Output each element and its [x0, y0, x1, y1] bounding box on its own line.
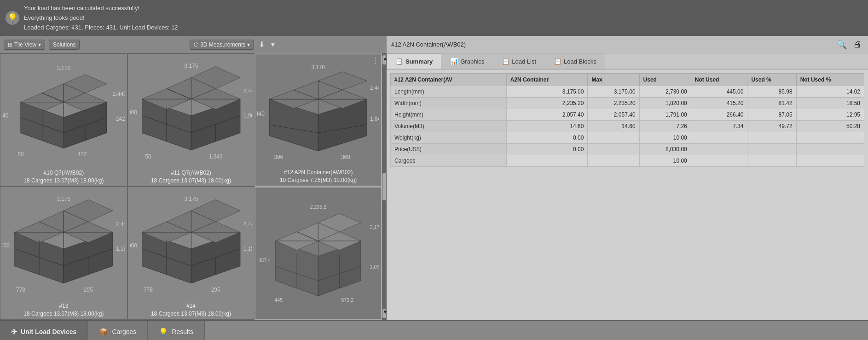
- svg-text:445: 445: [275, 298, 283, 303]
- cell-value: 10.00: [639, 132, 691, 144]
- cell-value: 85.98: [747, 86, 796, 98]
- svg-text:1,343: 1,343: [208, 154, 222, 160]
- cell-value: [747, 155, 796, 167]
- svg-text:3,175: 3,175: [57, 196, 70, 202]
- cell-value: 2,235.20: [506, 98, 588, 109]
- cell-value: 3,175.00: [506, 86, 588, 98]
- measurements-button[interactable]: ⬡ 3D Measurements ▾: [190, 40, 254, 50]
- tile-14[interactable]: 3,175 2,440 1,180 3,000 778 295 #14 18 C…: [127, 187, 255, 320]
- load-list-tab-label: Load List: [512, 58, 536, 65]
- scroll-down-arrow[interactable]: ▼: [382, 309, 386, 318]
- cell-value: [796, 155, 864, 167]
- row-label: Volume(M3): [391, 121, 507, 132]
- tile-12[interactable]: ⋮: [255, 53, 382, 187]
- svg-text:1,901: 1,901: [243, 112, 252, 119]
- solutions-button[interactable]: Solutions: [49, 40, 80, 50]
- bottom-tab-results[interactable]: 💡 Results: [148, 321, 205, 340]
- cell-value: 2,730.00: [639, 86, 691, 98]
- bottom-tab-unit-load-devices[interactable]: ✈ Unit Load Devices: [0, 321, 88, 340]
- svg-text:1,180: 1,180: [116, 246, 125, 252]
- cell-value: 7.26: [639, 121, 691, 132]
- svg-text:422: 422: [77, 151, 87, 158]
- svg-text:295: 295: [211, 287, 220, 293]
- print-button[interactable]: 🖨: [851, 39, 863, 51]
- svg-text:2,057.4: 2,057.4: [257, 258, 271, 264]
- cell-value: 8,030.00: [639, 144, 691, 155]
- unit-load-icon: ✈: [11, 328, 17, 336]
- cell-value: [691, 155, 747, 167]
- notification-bar: 💡 Your load has been calculated successf…: [0, 0, 868, 36]
- tab-load-blocks[interactable]: 📋 Load Blocks: [545, 53, 605, 69]
- cell-value: 7.34: [691, 121, 747, 132]
- load-blocks-tab-label: Load Blocks: [564, 58, 596, 65]
- summary-table: #12 A2N Container(AV A2N Container Max U…: [390, 73, 864, 167]
- row-label: Cargoes: [391, 155, 507, 167]
- row-label: Length(mm): [391, 86, 507, 98]
- svg-text:3,000: 3,000: [130, 243, 137, 249]
- row-label: Width(mm): [391, 98, 507, 109]
- measurements-dropdown-icon: ▾: [247, 41, 250, 48]
- tile-11[interactable]: 3,175 2,440 1,901 3,000 50 1,343 #11 Q7(…: [127, 53, 255, 187]
- tile-11-3d: 3,175 2,440 1,901 3,000 50 1,343: [130, 56, 253, 167]
- tile-12-preview[interactable]: 2,235.2 3,175 1,097.4 2,057.4 445 573.2: [255, 187, 382, 320]
- right-header: #12 A2N Container(AWB02) 🔍 🖨: [387, 36, 868, 53]
- graphics-tab-label: Graphics: [460, 58, 484, 65]
- summary-content: #12 A2N Container(AV A2N Container Max U…: [387, 70, 868, 320]
- tab-load-list[interactable]: 📋 Load List: [493, 53, 545, 69]
- tile-grid: 3,170 2,440 242 2,440 50 422 #10 Q7(AWB0…: [0, 53, 387, 320]
- cell-value: 18.58: [796, 98, 864, 109]
- tile-grid-scrollbar[interactable]: ▲ ▼: [382, 53, 387, 320]
- cell-value: 1,820.00: [639, 98, 691, 109]
- cell-value: 0.00: [506, 144, 588, 155]
- summary-tab-label: Summary: [405, 58, 433, 65]
- svg-text:2,440: 2,440: [243, 88, 252, 94]
- search-button[interactable]: 🔍: [835, 39, 849, 51]
- col-header-not-used-pct: Not Used %: [796, 74, 864, 86]
- scroll-up-arrow[interactable]: ▲: [382, 55, 386, 64]
- col-header-used-pct: Used %: [747, 74, 796, 86]
- left-panel: ⊞ Tile View ▾ Solutions ⬡ 3D Measurement…: [0, 36, 387, 320]
- bottom-tabs: ✈ Unit Load Devices 📦 Cargoes 💡 Results: [0, 320, 868, 340]
- tile-13-label: #13 18 Cargoes 13.07(M3) 18.00(kg): [23, 302, 104, 318]
- svg-text:3,170: 3,170: [57, 65, 70, 72]
- right-panel-title: #12 A2N Container(AWB02): [391, 41, 466, 48]
- right-header-icons: 🔍 🖨: [835, 39, 863, 51]
- cell-value: 10.00: [639, 155, 691, 167]
- cube-icon: ⬡: [194, 41, 198, 48]
- svg-text:2,235.2: 2,235.2: [310, 204, 326, 210]
- tile-12-preview-3d: 2,235.2 3,175 1,097.4 2,057.4 445 573.2: [257, 189, 379, 317]
- toolbar-menu-button[interactable]: ▾: [269, 39, 277, 50]
- col-header-label: #12 A2N Container(AV: [391, 74, 507, 86]
- tile-view-dropdown-icon: ▾: [38, 41, 41, 48]
- tile-10[interactable]: 3,170 2,440 242 2,440 50 422 #10 Q7(AWB0…: [0, 53, 127, 187]
- tile-12-label: #12 A2N Container(AWB02) 10 Cargoes 7.26…: [280, 169, 357, 184]
- svg-text:1,097.4: 1,097.4: [370, 264, 379, 270]
- cell-value: 445.00: [691, 86, 747, 98]
- col-header-max: Max: [588, 74, 639, 86]
- row-label: Weight(kg): [391, 132, 507, 144]
- load-list-tab-icon: 📋: [502, 58, 509, 65]
- cell-value: [588, 155, 639, 167]
- svg-text:295: 295: [84, 287, 93, 293]
- grid-icon: ⊞: [8, 41, 12, 48]
- tile-view-button[interactable]: ⊞ Tile View ▾: [4, 40, 45, 50]
- table-row: Width(mm)2,235.202,235.201,820.00415.208…: [391, 98, 864, 109]
- svg-text:2,440: 2,440: [116, 221, 125, 228]
- bottom-tab-cargoes[interactable]: 📦 Cargoes: [88, 321, 148, 340]
- tile-13[interactable]: 3,175 2,440 1,180 3,000 778 295 #13 18 C…: [0, 187, 127, 320]
- svg-text:2,440: 2,440: [2, 112, 9, 119]
- col-header-used: Used: [639, 74, 691, 86]
- load-blocks-tab-icon: 📋: [554, 58, 561, 65]
- cell-value: [506, 155, 588, 167]
- svg-text:1,180: 1,180: [243, 246, 252, 252]
- tab-graphics[interactable]: 📊 Graphics: [441, 53, 493, 69]
- svg-text:2,440: 2,440: [243, 221, 252, 228]
- tab-summary[interactable]: 📋 Summary: [387, 53, 441, 69]
- download-button[interactable]: ⬇: [257, 39, 266, 50]
- svg-text:3,175: 3,175: [184, 63, 198, 69]
- scrollbar-thumb[interactable]: [382, 173, 386, 200]
- cell-value: [747, 144, 796, 155]
- svg-text:2,440: 2,440: [257, 111, 265, 117]
- tile-14-3d: 3,175 2,440 1,180 3,000 778 295: [130, 189, 253, 300]
- svg-text:2,440: 2,440: [370, 85, 379, 92]
